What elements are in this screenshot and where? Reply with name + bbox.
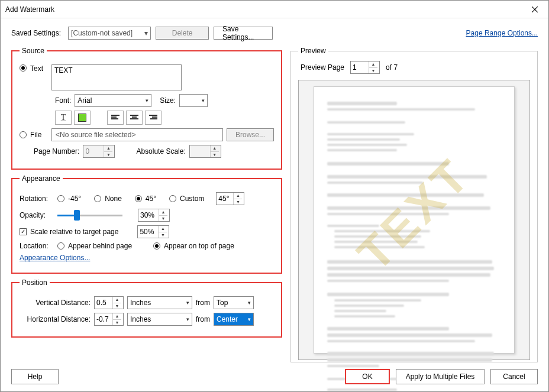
chevron-down-icon: ▾: [144, 29, 148, 37]
vertical-unit-dropdown[interactable]: Inches▾: [127, 296, 192, 309]
preview-legend: Preview: [298, 47, 328, 55]
saved-settings-row: Saved Settings: [Custom-not saved] ▾ Del…: [11, 27, 538, 40]
spin-up-icon[interactable]: ▲: [159, 209, 167, 216]
vertical-distance-label: Vertical Distance:: [20, 299, 91, 307]
appearance-options-link[interactable]: Appearance Options...: [20, 254, 90, 262]
spin-up-icon: ▲: [211, 145, 219, 152]
spin-down-icon[interactable]: ▼: [159, 232, 167, 238]
page-number-spinner: ▲▼: [83, 145, 115, 158]
spin-up-icon[interactable]: ▲: [113, 313, 121, 320]
font-label: Font:: [55, 96, 71, 105]
preview-viewport: TEXT: [298, 80, 530, 360]
page-number-label: Page Number:: [34, 147, 79, 155]
vertical-from-dropdown[interactable]: Top▾: [214, 296, 254, 309]
chevron-down-icon: ▾: [184, 300, 189, 306]
size-label: Size:: [160, 96, 176, 105]
spin-up-icon[interactable]: ▲: [159, 226, 167, 232]
opacity-label: Opacity:: [20, 211, 54, 219]
location-label: Location:: [20, 242, 54, 250]
spin-up-icon: ▲: [104, 145, 112, 152]
browse-button[interactable]: Browse...: [227, 128, 274, 141]
preview-document: TEXT: [314, 86, 515, 354]
page-range-options-link[interactable]: Page Range Options...: [466, 29, 538, 37]
save-settings-button[interactable]: Save Settings...: [214, 27, 273, 40]
absolute-scale-label: Absolute Scale:: [136, 147, 185, 155]
appearance-fieldset: Appearance Rotation: -45° None 45° Custo…: [11, 174, 282, 274]
location-behind-radio[interactable]: [57, 242, 64, 250]
delete-button[interactable]: Delete: [156, 27, 209, 40]
spin-up-icon[interactable]: ▲: [234, 193, 242, 199]
opacity-spinner[interactable]: ▲▼: [138, 209, 170, 222]
font-dropdown[interactable]: Arial▾: [75, 94, 151, 107]
file-radio-label: File: [30, 131, 48, 139]
absolute-scale-spinner: ▲▼: [189, 145, 221, 158]
rotation-custom-radio[interactable]: [169, 195, 176, 202]
spin-down-icon[interactable]: ▼: [369, 68, 377, 74]
chevron-down-icon: ▾: [246, 300, 251, 306]
horizontal-unit-dropdown[interactable]: Inches▾: [127, 313, 192, 326]
position-legend: Position: [20, 278, 50, 287]
rotation-label: Rotation:: [20, 195, 54, 203]
rotation-custom-spinner[interactable]: ▲▼: [216, 192, 244, 205]
close-button[interactable]: [521, 1, 548, 18]
window-title: Add Watermark: [5, 5, 54, 14]
chevron-down-icon: ▾: [143, 98, 148, 103]
help-button[interactable]: Help: [11, 369, 59, 384]
preview-page-spinner[interactable]: ▲▼: [350, 61, 380, 74]
text-color-icon[interactable]: [74, 111, 91, 125]
underline-icon[interactable]: T: [55, 111, 72, 125]
source-legend: Source: [20, 47, 47, 55]
spin-down-icon[interactable]: ▼: [113, 303, 121, 309]
location-top-radio[interactable]: [153, 242, 160, 250]
position-fieldset: Position Vertical Distance: ▲▼ Inches▾ f…: [11, 278, 282, 338]
preview-of-label: of 7: [386, 63, 398, 72]
rotation-45-radio[interactable]: [135, 195, 142, 202]
watermark-text-input[interactable]: [51, 64, 182, 90]
chevron-down-icon: ▾: [184, 316, 189, 322]
horizontal-distance-spinner[interactable]: ▲▼: [94, 313, 124, 326]
source-fieldset: Source Text Font: Arial▾ Size: ▾: [11, 47, 282, 170]
appearance-legend: Appearance: [20, 174, 63, 183]
size-dropdown[interactable]: ▾: [179, 94, 208, 107]
text-radio[interactable]: [20, 64, 27, 72]
spin-up-icon[interactable]: ▲: [369, 61, 377, 68]
horizontal-distance-label: Horizontal Distance:: [20, 315, 91, 323]
source-file-field: <No source file selected>: [51, 128, 223, 141]
spin-down-icon[interactable]: ▼: [234, 199, 242, 205]
saved-settings-dropdown[interactable]: [Custom-not saved] ▾: [68, 27, 151, 40]
horizontal-from-dropdown[interactable]: Center▾: [214, 313, 254, 326]
text-radio-label: Text: [30, 64, 48, 73]
rotation-none-radio[interactable]: [94, 195, 101, 202]
spin-down-icon: ▼: [211, 152, 219, 158]
scale-relative-spinner[interactable]: ▲▼: [137, 225, 169, 238]
apply-multiple-button[interactable]: Apply to Multiple Files: [396, 369, 485, 384]
align-left-icon[interactable]: [107, 111, 124, 125]
cancel-button[interactable]: Cancel: [490, 369, 538, 384]
opacity-slider[interactable]: [57, 210, 122, 221]
preview-page-label: Preview Page: [301, 63, 344, 72]
align-right-icon[interactable]: [145, 111, 162, 125]
spin-up-icon[interactable]: ▲: [113, 297, 121, 303]
vertical-distance-spinner[interactable]: ▲▼: [94, 296, 124, 309]
scale-relative-checkbox[interactable]: ✓: [20, 228, 27, 235]
spin-down-icon[interactable]: ▼: [159, 216, 167, 222]
align-center-icon[interactable]: [126, 111, 143, 125]
spin-down-icon[interactable]: ▼: [113, 320, 121, 326]
file-radio[interactable]: [20, 131, 27, 138]
chevron-down-icon: ▾: [246, 316, 251, 322]
rotation-n45-radio[interactable]: [57, 195, 64, 202]
ok-button[interactable]: OK: [345, 369, 390, 384]
titlebar: Add Watermark: [1, 1, 548, 18]
preview-fieldset: Preview Preview Page ▲▼ of 7: [290, 47, 538, 362]
spin-down-icon: ▼: [104, 152, 112, 158]
scale-relative-label: Scale relative to target page: [30, 228, 118, 236]
chevron-down-icon: ▾: [199, 98, 205, 103]
saved-settings-label: Saved Settings:: [11, 29, 63, 37]
dialog-footer: Help OK Apply to Multiple Files Cancel: [11, 369, 538, 384]
